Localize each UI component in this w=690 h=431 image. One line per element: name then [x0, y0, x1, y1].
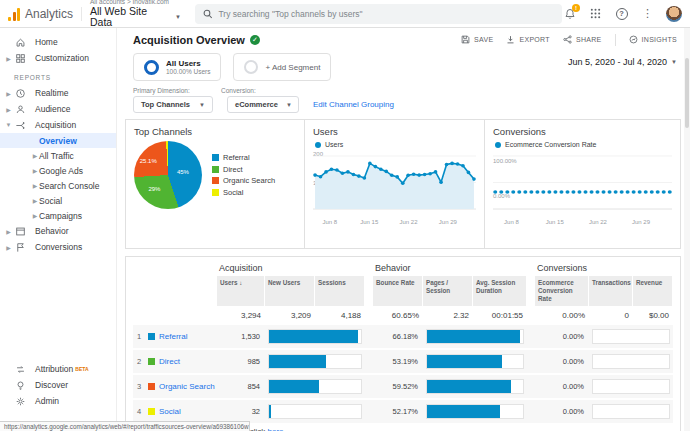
action-label: SAVE: [474, 36, 493, 43]
column-header-bounce-rate[interactable]: Bounce Rate: [373, 276, 422, 306]
metric-value: 0.00%: [535, 332, 589, 341]
column-header-transactions[interactable]: Transactions: [589, 276, 632, 306]
sidebar-item-admin[interactable]: Admin: [0, 393, 116, 409]
users-line-chart[interactable]: 200 100: [313, 151, 476, 217]
divider: [615, 34, 616, 46]
metric-bar: [426, 379, 524, 394]
segment-chip-all-users[interactable]: All Users 100.00% Users: [133, 53, 221, 81]
column-header-revenue[interactable]: Revenue: [633, 276, 672, 306]
sidebar-item-conversions[interactable]: ▶Conversions: [0, 239, 116, 255]
legend-dot-icon: [495, 142, 501, 148]
metric-bar: [426, 329, 524, 344]
add-segment-ring-icon: [244, 60, 258, 74]
chevron-right-icon: ▶: [31, 197, 39, 204]
segment-ring-icon: [144, 60, 159, 75]
metric-bar: [592, 404, 670, 419]
column-header-sessions[interactable]: Sessions: [315, 276, 364, 306]
total-value: 00:01:55: [473, 307, 527, 325]
sidebar-item-all-traffic[interactable]: ▶All Traffic: [0, 148, 116, 163]
chevron-right-icon: ▶: [4, 228, 13, 235]
customization-icon: [14, 52, 27, 65]
sidebar-item-overview[interactable]: Overview: [0, 133, 116, 148]
channel-label: 4Social: [133, 407, 217, 416]
search-bar[interactable]: [195, 4, 562, 24]
add-segment-label: + Add Segment: [265, 63, 320, 72]
account-switcher[interactable]: All accounts > Inovatik.com All Web Site…: [90, 0, 181, 28]
sidebar-item-campaigns[interactable]: ▶Campaigns: [0, 208, 116, 223]
export-button[interactable]: EXPORT: [506, 35, 549, 45]
column-header-users[interactable]: Users ↓: [217, 276, 264, 306]
analytics-logo[interactable]: Analytics: [8, 7, 82, 21]
share-button[interactable]: SHARE: [563, 35, 602, 45]
notifications-bell-icon[interactable]: !: [562, 6, 577, 21]
sidebar-item-label: Realtime: [35, 88, 69, 98]
legend-square-icon: [212, 177, 219, 184]
total-value: 0: [589, 307, 633, 325]
sidebar-nav: Home▶CustomizationREPORTS▶Realtime▶Audie…: [0, 28, 117, 431]
column-header-pages-session[interactable]: Pages / Session: [423, 276, 472, 306]
channel-link[interactable]: Direct: [159, 357, 180, 366]
conversion-dropdown[interactable]: eCommerce▼: [227, 96, 299, 113]
sidebar-item-google-ads[interactable]: ▶Google Ads: [0, 163, 116, 178]
segment-name: All Users: [166, 59, 210, 69]
add-segment-chip[interactable]: + Add Segment: [233, 53, 331, 81]
legend-square-icon: [212, 189, 219, 196]
avatar[interactable]: [666, 6, 682, 22]
conversions-icon: [14, 241, 27, 254]
legend-label: Direct: [223, 165, 243, 174]
sidebar-item-customization[interactable]: ▶Customization: [0, 50, 116, 66]
channel-link[interactable]: Organic Search: [159, 382, 215, 391]
help-icon[interactable]: ?: [614, 6, 629, 21]
sidebar-item-social[interactable]: ▶Social: [0, 193, 116, 208]
total-value: 3,294: [217, 307, 265, 325]
channels-table-panel: AcquisitionBehaviorConversionsUsers ↓New…: [125, 256, 681, 431]
group-header-conversions: Conversions: [535, 262, 673, 276]
date-range-selector[interactable]: Jun 5, 2020 - Jul 4, 2020 ▼: [568, 53, 677, 67]
sidebar-item-search-console[interactable]: ▶Search Console: [0, 178, 116, 193]
column-header-ecommerce-conversion-rate[interactable]: Ecommerce Conversion Rate: [535, 276, 588, 306]
column-header-avg-session-duration[interactable]: Avg. Session Duration: [473, 276, 526, 306]
edit-channel-grouping-link[interactable]: Edit Channel Grouping: [313, 100, 394, 109]
channel-label: 3Organic Search: [133, 382, 217, 391]
google-apps-icon[interactable]: [588, 6, 603, 21]
sidebar-item-acquisition[interactable]: ▼Acquisition: [0, 117, 116, 133]
scrollbar[interactable]: [684, 28, 690, 431]
total-value: 2.32: [423, 307, 473, 325]
chevron-down-icon: ▼: [199, 102, 205, 108]
channel-link[interactable]: Social: [159, 407, 181, 416]
metric-bar: [268, 379, 362, 394]
sidebar-item-home[interactable]: Home: [0, 34, 116, 50]
sidebar-item-attribution[interactable]: AttributionBETA: [0, 361, 116, 377]
sidebar-item-audience[interactable]: ▶Audience: [0, 101, 116, 117]
export-icon: [506, 35, 515, 45]
acquisition-icon: [14, 119, 27, 132]
legend-item-referral: Referral: [212, 153, 275, 162]
top-channels-pie-chart[interactable]: 45%29%25.1%: [134, 141, 202, 209]
metric-value: 854: [217, 382, 265, 391]
sidebar-item-realtime[interactable]: ▶Realtime: [0, 85, 116, 101]
sidebar-item-behavior[interactable]: ▶Behavior: [0, 223, 116, 239]
x-tick: Jun 15: [546, 219, 564, 225]
table-row-referral: 1Referral1,53066.18%0.00%: [133, 325, 673, 348]
channel-link[interactable]: Referral: [159, 332, 187, 341]
sidebar-item-discover[interactable]: Discover: [0, 377, 116, 393]
kebab-menu-icon[interactable]: ⋮: [640, 6, 655, 21]
x-tick: Jun 8: [322, 219, 337, 225]
insights-button[interactable]: INSIGHTS: [629, 35, 677, 45]
channel-label: 1Referral: [133, 332, 217, 341]
save-icon: [461, 35, 470, 45]
metric-bar-fill: [427, 355, 502, 368]
legend-dot-icon: [315, 142, 321, 148]
primary-dimension-label: Primary Dimension:: [133, 87, 221, 94]
save-button[interactable]: SAVE: [461, 35, 493, 45]
conversions-chart-title: Conversions: [493, 126, 672, 137]
see-all-channels-link[interactable]: here.: [268, 427, 286, 431]
sidebar-section-label: REPORTS: [0, 66, 116, 85]
search-input[interactable]: [218, 9, 554, 19]
metric-value: 53.19%: [373, 357, 423, 366]
top-app-bar: Analytics All accounts > Inovatik.com Al…: [0, 0, 690, 28]
conversions-line-chart[interactable]: 100.00% 0.00%: [493, 151, 672, 217]
primary-dimension-dropdown[interactable]: Top Channels▼: [133, 96, 213, 113]
column-header-new-users[interactable]: New Users: [265, 276, 314, 306]
metric-bar: [268, 404, 362, 419]
